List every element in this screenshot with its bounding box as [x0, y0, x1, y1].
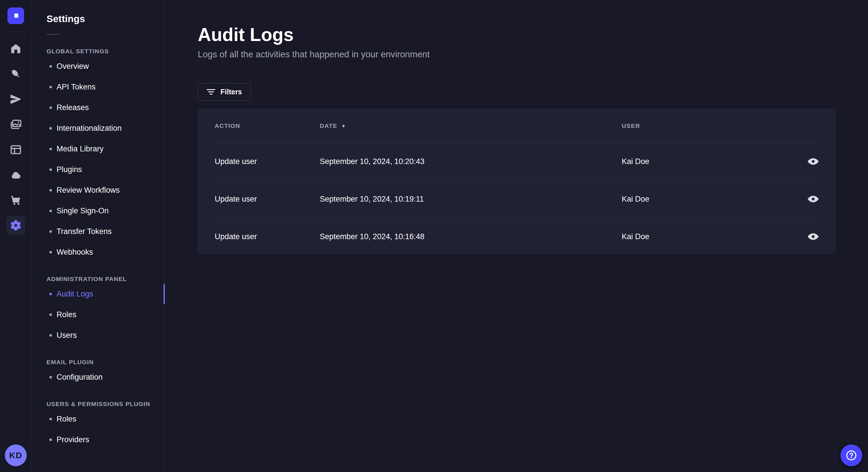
eye-icon — [807, 195, 819, 203]
sidebar-item-audit-logs[interactable]: Audit Logs — [46, 283, 158, 304]
sidebar-item-providers[interactable]: Providers — [46, 429, 158, 450]
sidebar-item-configuration[interactable]: Configuration — [46, 367, 158, 387]
cell-date: September 10, 2024, 10:19:11 — [320, 195, 622, 204]
column-header-user: USER — [622, 123, 786, 129]
column-header-date-label: DATE — [320, 123, 337, 129]
bullet-icon — [50, 148, 52, 150]
sidebar-item-label: Providers — [57, 435, 89, 444]
view-log-button[interactable] — [807, 233, 819, 241]
bullet-icon — [50, 168, 52, 171]
cell-action: Update user — [198, 232, 320, 241]
help-question-icon — [845, 449, 857, 461]
bullet-icon — [50, 293, 52, 295]
sidebar-item-label: Webhooks — [57, 248, 93, 257]
bullet-icon — [50, 251, 52, 254]
settings-gear-icon[interactable] — [6, 213, 25, 238]
cell-user: Kai Doe — [622, 157, 786, 166]
home-icon[interactable] — [9, 36, 22, 61]
sidebar-item-roles-admin[interactable]: Roles — [46, 304, 158, 325]
sidebar-item-plugins[interactable]: Plugins — [46, 159, 158, 180]
bullet-icon — [50, 313, 52, 316]
bullet-icon — [50, 86, 52, 88]
sidebar-item-review-workflows[interactable]: Review Workflows — [46, 180, 158, 200]
sidebar-item-label: Overview — [57, 62, 89, 71]
sidebar-item-webhooks[interactable]: Webhooks — [46, 242, 158, 262]
cell-user: Kai Doe — [622, 232, 786, 241]
filters-button[interactable]: Filters — [198, 83, 251, 101]
sidebar-item-label: Users — [57, 331, 77, 340]
sort-desc-caret-icon[interactable]: ▼ — [341, 124, 346, 128]
sidebar-section-global: GLOBAL SETTINGS Overview API Tokens Rele… — [46, 48, 158, 262]
media-library-icon[interactable] — [9, 112, 22, 137]
sidebar-item-label: Internationalization — [57, 124, 122, 133]
sidebar-section-users-permissions: USERS & PERMISSIONS PLUGIN Roles Provide… — [46, 401, 158, 450]
sidebar-item-label: Roles — [57, 415, 76, 424]
section-label: USERS & PERMISSIONS PLUGIN — [46, 401, 158, 407]
sidebar-item-label: Releases — [57, 103, 89, 112]
table-row[interactable]: Update user September 10, 2024, 10:19:11… — [198, 180, 835, 217]
page-subtitle: Logs of all the activities that happened… — [198, 49, 836, 60]
strapi-logo-glyph — [11, 11, 21, 21]
bullet-icon — [50, 189, 52, 192]
sidebar-item-transfer-tokens[interactable]: Transfer Tokens — [46, 221, 158, 242]
view-log-button[interactable] — [807, 195, 819, 203]
strapi-logo-icon[interactable] — [7, 7, 24, 24]
sidebar-item-label: Audit Logs — [57, 290, 93, 299]
main-nav-rail: KD — [0, 0, 32, 472]
help-button[interactable] — [840, 444, 862, 466]
bullet-icon — [50, 376, 52, 378]
column-header-date[interactable]: DATE ▼ — [320, 123, 622, 129]
cloud-icon[interactable] — [9, 162, 22, 188]
feather-icon[interactable] — [9, 61, 22, 87]
section-label: EMAIL PLUGIN — [46, 359, 158, 366]
sidebar-title: Settings — [46, 13, 158, 24]
sidebar-item-internationalization[interactable]: Internationalization — [46, 118, 158, 138]
main-content: Audit Logs Logs of all the activities th… — [165, 0, 868, 472]
sidebar-item-users[interactable]: Users — [46, 325, 158, 345]
settings-active-tile — [6, 216, 25, 235]
rail-icon-list — [6, 36, 25, 238]
filters-button-label: Filters — [220, 88, 242, 96]
sidebar-item-label: Media Library — [57, 144, 104, 154]
user-avatar[interactable]: KD — [5, 444, 27, 466]
cell-user: Kai Doe — [622, 195, 786, 204]
bullet-icon — [50, 334, 52, 337]
section-label: ADMINISTRATION PANEL — [46, 276, 158, 282]
table-row[interactable]: Update user September 10, 2024, 10:20:43… — [198, 143, 835, 180]
bullet-icon — [50, 106, 52, 109]
sidebar-item-label: Plugins — [57, 165, 82, 174]
sidebar-item-api-tokens[interactable]: API Tokens — [46, 76, 158, 97]
view-log-button[interactable] — [807, 158, 819, 165]
cell-date: September 10, 2024, 10:16:48 — [320, 232, 622, 241]
sidebar-item-label: Configuration — [57, 373, 103, 382]
layout-icon[interactable] — [9, 137, 22, 162]
table-header-row: ACTION DATE ▼ USER — [198, 109, 835, 142]
sidebar-item-label: Transfer Tokens — [57, 227, 112, 236]
bullet-icon — [50, 127, 52, 130]
sidebar-item-single-sign-on[interactable]: Single Sign-On — [46, 200, 158, 221]
bullet-icon — [50, 230, 52, 233]
eye-icon — [807, 158, 819, 165]
sidebar-item-roles-up[interactable]: Roles — [46, 409, 158, 429]
sidebar-item-overview[interactable]: Overview — [46, 56, 158, 76]
sidebar-item-label: Single Sign-On — [57, 206, 109, 215]
app-root: KD Settings GLOBAL SETTINGS Overview API… — [0, 0, 868, 472]
cart-icon[interactable] — [9, 188, 22, 213]
filter-icon — [207, 89, 215, 95]
sidebar-section-email-plugin: EMAIL PLUGIN Configuration — [46, 359, 158, 387]
table-row[interactable]: Update user September 10, 2024, 10:16:48… — [198, 218, 835, 254]
cell-action: Update user — [198, 195, 320, 204]
section-label: GLOBAL SETTINGS — [46, 48, 158, 55]
bullet-icon — [50, 210, 52, 212]
sidebar-item-releases[interactable]: Releases — [46, 97, 158, 118]
sidebar-item-label: Roles — [57, 310, 76, 319]
settings-sidebar: Settings GLOBAL SETTINGS Overview API To… — [32, 0, 165, 472]
sidebar-item-label: Review Workflows — [57, 186, 120, 195]
cell-date: September 10, 2024, 10:20:43 — [320, 157, 622, 166]
sidebar-item-media-library[interactable]: Media Library — [46, 138, 158, 159]
page-title: Audit Logs — [198, 25, 836, 45]
bullet-icon — [50, 65, 52, 68]
paper-plane-icon[interactable] — [9, 87, 22, 112]
rail-divider — [0, 32, 32, 32]
sidebar-section-admin-panel: ADMINISTRATION PANEL Audit Logs Roles Us… — [46, 276, 158, 345]
